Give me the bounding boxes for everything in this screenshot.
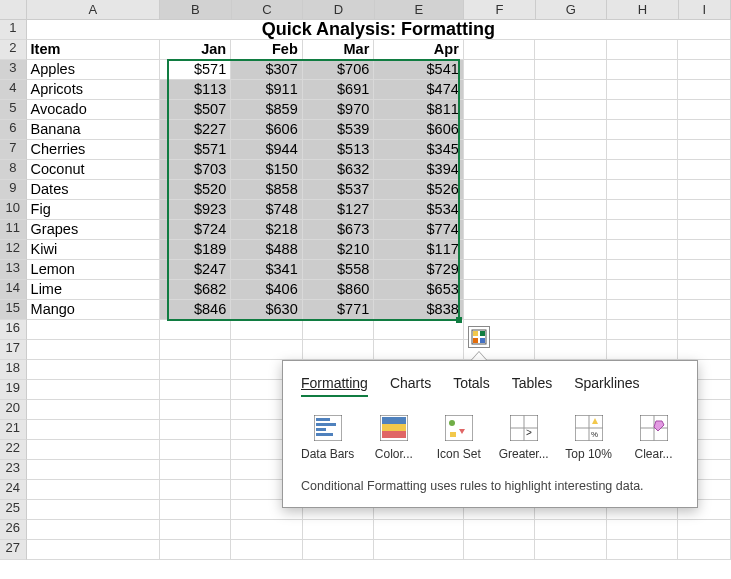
cell-18-B[interactable] [160, 360, 232, 380]
cell-6-I[interactable] [678, 120, 731, 140]
cell-11-G[interactable] [535, 220, 607, 240]
cell-8-F[interactable] [464, 160, 536, 180]
cell-15-H[interactable] [607, 300, 679, 320]
column-header-F[interactable]: F [464, 0, 535, 19]
header-mar[interactable]: Mar [303, 40, 375, 60]
cell-26-D[interactable] [303, 520, 375, 540]
val-5-mar[interactable]: $970 [303, 100, 375, 120]
cell-14-G[interactable] [535, 280, 607, 300]
item-kiwi[interactable]: Kiwi [27, 240, 160, 260]
column-header-B[interactable]: B [160, 0, 231, 19]
row-header-21[interactable]: 21 [0, 420, 27, 440]
val-4-apr[interactable]: $474 [374, 80, 464, 100]
cell-26-B[interactable] [160, 520, 232, 540]
cell-18-A[interactable] [27, 360, 160, 380]
cell-7-F[interactable] [464, 140, 536, 160]
row-header-18[interactable]: 18 [0, 360, 27, 380]
val-3-apr[interactable]: $541 [374, 60, 464, 80]
val-12-mar[interactable]: $210 [303, 240, 375, 260]
cell-25-A[interactable] [27, 500, 160, 520]
cell-9-G[interactable] [535, 180, 607, 200]
cell-19-A[interactable] [27, 380, 160, 400]
cell-15-G[interactable] [535, 300, 607, 320]
qa-tab-charts[interactable]: Charts [390, 375, 431, 397]
row-header-16[interactable]: 16 [0, 320, 27, 340]
title-cell[interactable]: Quick Analysis: Formatting [27, 20, 731, 40]
row-header-12[interactable]: 12 [0, 240, 27, 260]
val-10-mar[interactable]: $127 [303, 200, 375, 220]
item-apples[interactable]: Apples [27, 60, 160, 80]
val-4-feb[interactable]: $911 [231, 80, 303, 100]
cell-26-C[interactable] [231, 520, 303, 540]
cell-5-H[interactable] [607, 100, 679, 120]
cell-13-H[interactable] [607, 260, 679, 280]
cell-12-F[interactable] [464, 240, 536, 260]
row-header-25[interactable]: 25 [0, 500, 27, 520]
val-6-jan[interactable]: $227 [160, 120, 232, 140]
val-9-mar[interactable]: $537 [303, 180, 375, 200]
column-header-E[interactable]: E [375, 0, 465, 19]
row-header-5[interactable]: 5 [0, 100, 27, 120]
row-header-8[interactable]: 8 [0, 160, 27, 180]
qa-tab-sparklines[interactable]: Sparklines [574, 375, 639, 397]
quick-analysis-button[interactable] [468, 326, 490, 348]
val-6-apr[interactable]: $606 [374, 120, 464, 140]
val-11-apr[interactable]: $774 [374, 220, 464, 240]
qa-option-clear-[interactable]: Clear... [628, 415, 679, 461]
val-14-feb[interactable]: $406 [231, 280, 303, 300]
qa-tab-tables[interactable]: Tables [512, 375, 552, 397]
cell-17-H[interactable] [607, 340, 679, 360]
val-4-jan[interactable]: $113 [160, 80, 232, 100]
item-lemon[interactable]: Lemon [27, 260, 160, 280]
qa-option-greater-[interactable]: >Greater... [498, 415, 549, 461]
cell-14-I[interactable] [678, 280, 731, 300]
cell-26-H[interactable] [607, 520, 679, 540]
val-10-jan[interactable]: $923 [160, 200, 232, 220]
cell-10-I[interactable] [678, 200, 731, 220]
row-header-6[interactable]: 6 [0, 120, 27, 140]
cell-12-G[interactable] [535, 240, 607, 260]
row-header-17[interactable]: 17 [0, 340, 27, 360]
cell-20-A[interactable] [27, 400, 160, 420]
cell-I2[interactable] [678, 40, 731, 60]
val-13-jan[interactable]: $247 [160, 260, 232, 280]
cell-26-E[interactable] [374, 520, 464, 540]
cell-14-F[interactable] [464, 280, 536, 300]
row-header-7[interactable]: 7 [0, 140, 27, 160]
item-fig[interactable]: Fig [27, 200, 160, 220]
val-15-apr[interactable]: $838 [374, 300, 464, 320]
val-11-mar[interactable]: $673 [303, 220, 375, 240]
item-cherries[interactable]: Cherries [27, 140, 160, 160]
val-12-apr[interactable]: $117 [374, 240, 464, 260]
header-apr[interactable]: Apr [374, 40, 464, 60]
row-header-1[interactable]: 1 [0, 20, 27, 40]
qa-option-color-[interactable]: Color... [368, 415, 419, 461]
val-5-feb[interactable]: $859 [231, 100, 303, 120]
cell-16-I[interactable] [678, 320, 731, 340]
row-header-15[interactable]: 15 [0, 300, 27, 320]
cell-10-H[interactable] [607, 200, 679, 220]
val-8-mar[interactable]: $632 [303, 160, 375, 180]
cell-4-H[interactable] [607, 80, 679, 100]
column-header-H[interactable]: H [607, 0, 678, 19]
column-header-I[interactable]: I [679, 0, 731, 19]
cell-5-F[interactable] [464, 100, 536, 120]
item-dates[interactable]: Dates [27, 180, 160, 200]
cell-11-F[interactable] [464, 220, 536, 240]
cell-17-D[interactable] [303, 340, 375, 360]
row-header-3[interactable]: 3 [0, 60, 27, 80]
cell-3-I[interactable] [678, 60, 731, 80]
cell-17-E[interactable] [374, 340, 464, 360]
header-jan[interactable]: Jan [160, 40, 232, 60]
cell-6-F[interactable] [464, 120, 536, 140]
cell-6-H[interactable] [607, 120, 679, 140]
select-all-corner[interactable] [0, 0, 27, 19]
column-header-G[interactable]: G [536, 0, 607, 19]
cell-17-B[interactable] [160, 340, 232, 360]
cell-4-G[interactable] [535, 80, 607, 100]
cell-16-G[interactable] [535, 320, 607, 340]
item-coconut[interactable]: Coconut [27, 160, 160, 180]
cell-8-G[interactable] [535, 160, 607, 180]
val-10-feb[interactable]: $748 [231, 200, 303, 220]
cell-25-B[interactable] [160, 500, 232, 520]
